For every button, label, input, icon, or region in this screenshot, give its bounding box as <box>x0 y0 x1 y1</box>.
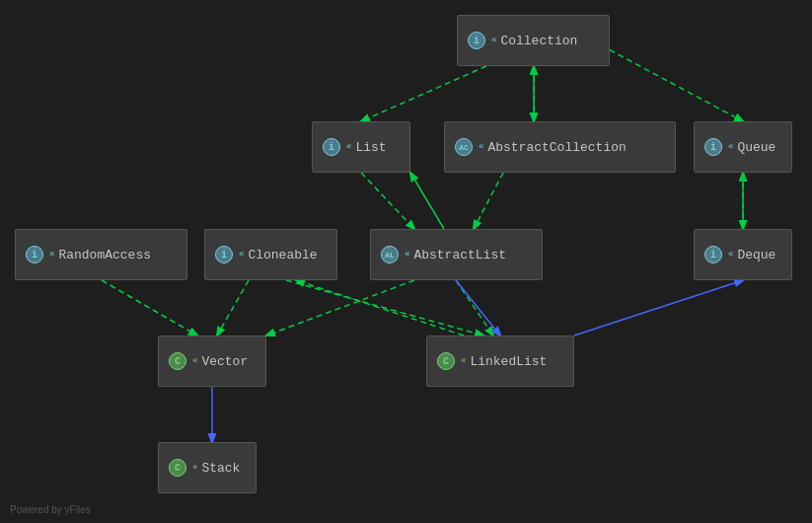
node-queue-label: Queue <box>737 140 775 155</box>
svg-line-10 <box>574 280 743 336</box>
interface-icon-cloneable: i <box>215 246 233 263</box>
svg-line-2 <box>592 40 743 121</box>
node-list-label: List <box>355 140 386 155</box>
class-icon-stack: C <box>169 459 186 477</box>
abstract-icon-abstractlist: AL <box>381 246 399 263</box>
node-random-access[interactable]: i « RandomAccess <box>15 229 187 280</box>
svg-line-6 <box>102 280 197 336</box>
node-deque[interactable]: i « Deque <box>694 229 792 280</box>
abstract-icon-abstractcollection: AC <box>455 138 473 156</box>
node-stack[interactable]: C « Stack <box>158 442 257 493</box>
svg-line-16 <box>410 173 444 229</box>
svg-line-3 <box>361 173 414 229</box>
class-icon-vector: C <box>169 352 186 370</box>
node-collection-label: Collection <box>500 34 577 48</box>
svg-line-9 <box>456 280 493 336</box>
class-icon-linkedlist: C <box>437 352 455 370</box>
node-list[interactable]: i « List <box>312 121 410 173</box>
svg-line-4 <box>474 173 503 229</box>
node-abstract-list[interactable]: AL « AbstractList <box>370 229 543 280</box>
node-stack-label: Stack <box>201 461 240 476</box>
node-abstractcollection-label: AbstractCollection <box>487 140 626 155</box>
interface-icon-deque: i <box>704 246 722 263</box>
svg-line-8 <box>266 280 414 336</box>
node-cloneable[interactable]: i « Cloneable <box>204 229 337 280</box>
interface-icon-randomaccess: i <box>26 246 43 263</box>
node-vector[interactable]: C « Vector <box>158 336 266 387</box>
powered-by: Powered by yFiles <box>10 504 91 515</box>
interface-icon-collection: i <box>468 32 485 49</box>
node-cloneable-label: Cloneable <box>248 248 317 262</box>
node-abstractlist-label: AbstractList <box>413 248 506 262</box>
svg-line-0 <box>361 66 486 121</box>
node-abstract-collection[interactable]: AC « AbstractCollection <box>444 121 676 173</box>
node-linked-list[interactable]: C « LinkedList <box>426 336 574 387</box>
interface-icon-list: i <box>323 138 340 156</box>
diagram-container: i « Collection i « List AC « AbstractCol… <box>0 0 812 523</box>
svg-line-12 <box>286 280 483 336</box>
node-vector-label: Vector <box>201 354 248 369</box>
svg-line-13 <box>456 280 500 336</box>
node-collection[interactable]: i « Collection <box>457 15 610 66</box>
node-queue[interactable]: i « Queue <box>694 121 792 173</box>
interface-icon-queue: i <box>704 138 722 156</box>
node-randomaccess-label: RandomAccess <box>58 248 151 262</box>
node-deque-label: Deque <box>737 248 775 262</box>
svg-line-11 <box>296 280 464 336</box>
svg-line-7 <box>217 280 249 336</box>
node-linkedlist-label: LinkedList <box>470 354 547 369</box>
